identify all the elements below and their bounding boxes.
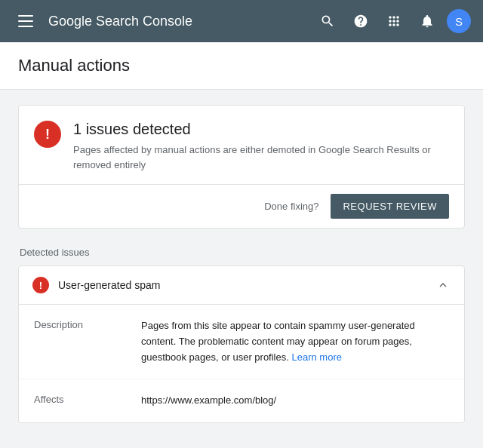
affects-label: Affects [34, 393, 132, 409]
issue-item: ! User-generated spam Description Pages … [18, 265, 465, 423]
issue-header[interactable]: ! User-generated spam [19, 266, 464, 305]
done-fixing-label: Done fixing? [264, 201, 318, 212]
affects-url: https://www.example.com/blog/ [141, 394, 276, 406]
issues-description: Pages affected by manual actions are eit… [73, 143, 449, 172]
issue-detail: Description Pages from this site appear … [19, 305, 464, 422]
issue-error-icon: ! [32, 277, 49, 293]
page-title: Manual actions [18, 56, 465, 75]
apps-icon[interactable] [380, 8, 408, 35]
page-header: Manual actions [0, 42, 483, 90]
hamburger-menu[interactable] [12, 8, 39, 35]
request-review-button[interactable]: REQUEST REVIEW [331, 194, 449, 219]
error-icon: ! [34, 121, 61, 148]
hamburger-icon [18, 15, 33, 27]
description-label: Description [34, 318, 132, 365]
description-row: Description Pages from this site appear … [19, 305, 464, 379]
issue-name: User-generated spam [58, 279, 160, 291]
app-title: Google Search Console [48, 14, 305, 29]
nav-actions: S [314, 8, 471, 35]
issues-card: ! 1 issues detected Pages affected by ma… [18, 105, 465, 229]
detected-issues-label: Detected issues [18, 247, 465, 258]
issues-text: 1 issues detected Pages affected by manu… [73, 121, 449, 172]
learn-more-link[interactable]: Learn more [291, 351, 341, 363]
top-navigation: Google Search Console S [0, 0, 483, 42]
description-text: Pages from this site appear to contain s… [141, 320, 415, 363]
chevron-up-icon [435, 278, 451, 293]
issues-count: 1 issues detected [73, 121, 449, 138]
main-content: ! 1 issues detected Pages affected by ma… [0, 90, 483, 438]
user-avatar[interactable]: S [447, 9, 471, 33]
search-icon[interactable] [314, 8, 341, 35]
notifications-icon[interactable] [414, 8, 441, 35]
request-review-row: Done fixing? REQUEST REVIEW [19, 185, 464, 228]
help-icon[interactable] [347, 8, 374, 35]
description-value: Pages from this site appear to contain s… [141, 318, 449, 365]
affects-value: https://www.example.com/blog/ [141, 393, 449, 409]
issue-header-left: ! User-generated spam [32, 277, 160, 293]
affects-row: Affects https://www.example.com/blog/ [19, 379, 464, 422]
issues-summary: ! 1 issues detected Pages affected by ma… [19, 106, 464, 185]
app-title-text: Google Search Console [48, 14, 192, 29]
